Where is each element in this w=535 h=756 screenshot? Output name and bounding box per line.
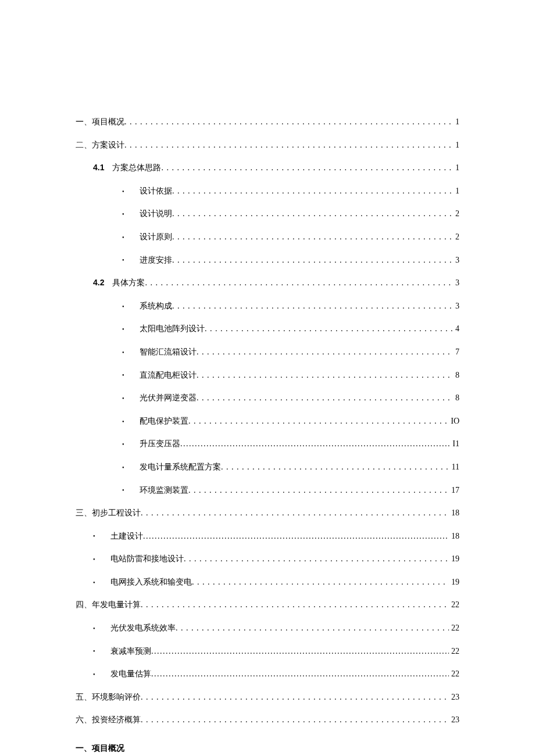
toc-entry: •设计依据1: [76, 185, 459, 197]
bullet-icon: •: [122, 486, 140, 495]
toc-label: •发电计量系统配置方案: [122, 461, 221, 473]
bullet-icon: •: [122, 349, 140, 357]
toc-label: 六、投资经济概算: [76, 714, 141, 726]
toc-entry: •进度安排3: [76, 255, 459, 266]
toc-leader: [180, 438, 450, 450]
toc-page-number: 23: [449, 714, 459, 726]
toc-page-number: 1: [453, 139, 459, 151]
bullet-icon: •: [122, 440, 140, 449]
toc-leader: [197, 370, 453, 381]
bullet-icon: •: [93, 532, 110, 540]
toc-label: •配电保护装置: [122, 415, 188, 427]
table-of-contents: 一、项目概况1二、方案设计14.1方案总体思路1•设计依据1•设计说明2•设计原…: [76, 116, 459, 726]
bullet-icon: •: [122, 210, 140, 218]
toc-leader: [172, 255, 453, 266]
toc-label: 4.1方案总体思路: [93, 162, 161, 174]
bullet-icon: •: [122, 395, 140, 403]
toc-leader: [192, 576, 449, 588]
toc-label: 二、方案设计: [76, 139, 124, 151]
bullet-icon: •: [122, 303, 140, 311]
toc-label: •光伏并网逆变器: [122, 392, 197, 404]
toc-leader: [151, 668, 449, 680]
toc-page-number: I1: [450, 438, 459, 450]
toc-label: •衰减率预测: [93, 646, 151, 657]
bullet-icon: •: [122, 371, 140, 379]
toc-leader: [141, 599, 449, 611]
toc-label: •设计说明: [122, 208, 172, 220]
toc-leader: [124, 116, 453, 128]
toc-leader: [143, 531, 449, 542]
toc-page-number: 1: [453, 116, 459, 128]
toc-page-number: 18: [449, 531, 459, 542]
toc-page-number: 3: [453, 300, 459, 312]
toc-page-number: 22: [449, 668, 459, 680]
toc-entry: •发电量估算22: [76, 668, 459, 680]
toc-leader: [197, 392, 453, 404]
bullet-icon: •: [93, 556, 110, 564]
toc-page-number: 4: [453, 323, 459, 335]
toc-entry: •系统构成3: [76, 300, 459, 312]
toc-label: 四、年发电量计算: [76, 599, 141, 611]
toc-label: •电网接入系统和输变电: [93, 576, 192, 588]
toc-label: •光伏发电系统效率: [93, 622, 176, 634]
toc-page-number: 8: [453, 392, 459, 404]
bullet-icon: •: [122, 325, 140, 334]
toc-label: •直流配电柜设计: [122, 370, 197, 381]
toc-entry: •光伏并网逆变器8: [76, 392, 459, 404]
toc-entry: •直流配电柜设计8: [76, 370, 459, 381]
toc-leader: [161, 162, 453, 174]
toc-number: 4.1: [93, 163, 104, 172]
bullet-icon: •: [122, 418, 140, 426]
toc-label: 一、项目概况: [76, 116, 124, 128]
toc-label: •土建设计: [93, 531, 143, 542]
toc-label: •发电量估算: [93, 668, 151, 680]
toc-leader: [141, 691, 449, 703]
toc-page-number: IO: [448, 415, 459, 427]
toc-page-number: 22: [449, 622, 459, 634]
bullet-icon: •: [122, 256, 140, 264]
toc-label: •进度安排: [122, 255, 172, 266]
toc-entry: •升压变压器I1: [76, 438, 459, 450]
toc-entry: •设计原则2: [76, 231, 459, 243]
toc-page-number: 19: [449, 553, 459, 565]
bullet-icon: •: [93, 625, 110, 633]
toc-page-number: 8: [453, 370, 459, 381]
toc-entry: •电网接入系统和输变电19: [76, 576, 459, 588]
toc-label: 五、环境影响评价: [76, 691, 141, 703]
toc-label: •系统构成: [122, 300, 172, 312]
toc-leader: [172, 231, 453, 243]
toc-page-number: 2: [453, 231, 459, 243]
toc-entry: •太阳电池阵列设计4: [76, 323, 459, 335]
toc-page-number: 23: [449, 691, 459, 703]
toc-leader: [172, 300, 453, 312]
toc-leader: [188, 485, 449, 496]
toc-entry: •配电保护装置IO: [76, 415, 459, 427]
toc-leader: [205, 323, 453, 335]
toc-entry: 三、初步工程设计18: [76, 507, 459, 519]
toc-entry: •环境监测装置17: [76, 485, 459, 496]
toc-entry: 五、环境影响评价23: [76, 691, 459, 703]
document-page: 一、项目概况1二、方案设计14.1方案总体思路1•设计依据1•设计说明2•设计原…: [0, 0, 535, 756]
toc-entry: •土建设计18: [76, 531, 459, 542]
toc-page-number: 11: [450, 461, 459, 473]
toc-entry: 一、项目概况1: [76, 116, 459, 128]
toc-label: •电站防雷和接地设计: [93, 553, 184, 565]
toc-leader: [124, 139, 453, 151]
toc-leader: [172, 208, 453, 220]
toc-page-number: 18: [449, 507, 459, 519]
toc-entry: •衰减率预测22: [76, 646, 459, 657]
toc-label: •升压变压器: [122, 438, 180, 450]
toc-entry: 六、投资经济概算23: [76, 714, 459, 726]
toc-leader: [188, 415, 448, 427]
toc-entry: •智能汇流箱设计7: [76, 346, 459, 358]
toc-entry: 4.1方案总体思路1: [76, 162, 459, 174]
toc-leader: [141, 507, 449, 519]
toc-page-number: 17: [449, 485, 459, 496]
toc-leader: [145, 277, 453, 289]
toc-label: •设计依据: [122, 185, 172, 197]
toc-page-number: 1: [453, 162, 459, 174]
toc-leader: [141, 714, 449, 726]
toc-page-number: 3: [453, 277, 459, 289]
toc-entry: 二、方案设计1: [76, 139, 459, 151]
toc-entry: 4.2具体方案3: [76, 277, 459, 289]
